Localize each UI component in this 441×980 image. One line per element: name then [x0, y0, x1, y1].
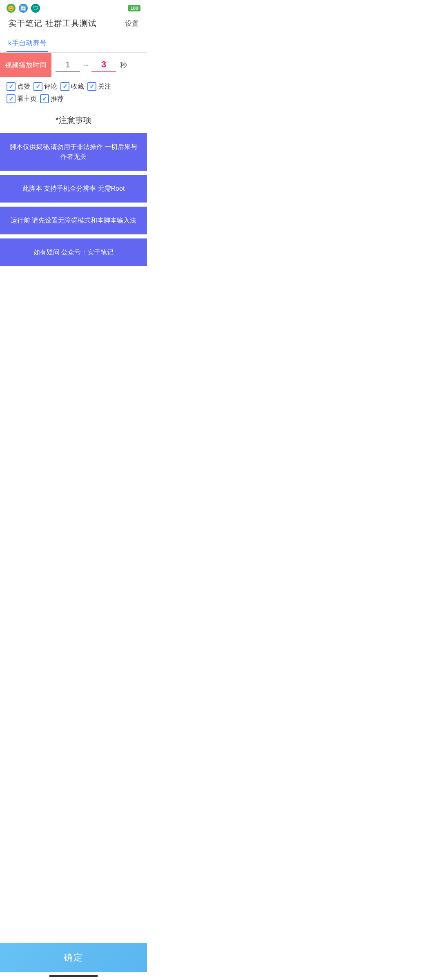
info-card-3: 如有疑问 公众号：实干笔记	[0, 238, 147, 266]
checkbox-recommend-box[interactable]	[40, 94, 49, 103]
time-input-max[interactable]: 3	[91, 58, 116, 72]
content-spacer	[0, 270, 147, 352]
info-card-1: 此脚本 支持手机全分辨率 无需Root	[0, 175, 147, 203]
smiley-icon: 😊	[7, 4, 16, 13]
checkbox-follow-label: 关注	[98, 82, 111, 91]
battery-indicator: 100	[128, 5, 140, 11]
info-card-text-1: 此脚本 支持手机全分辨率 无需Root	[22, 184, 125, 194]
checkbox-comment-label: 评论	[44, 82, 57, 91]
info-card-text-3: 如有疑问 公众号：实干笔记	[33, 247, 114, 257]
status-bar: 😊 🔄 🛡 100	[0, 0, 147, 15]
checkbox-follow[interactable]: 关注	[87, 82, 111, 91]
checkbox-follow-box[interactable]	[87, 82, 96, 91]
time-inputs-container: 1 -- 3 秒	[51, 58, 147, 72]
status-icons: 😊 🔄 🛡	[7, 4, 40, 13]
video-time-label: 视频播放时间	[0, 53, 51, 77]
checkbox-like[interactable]: 点赞	[7, 82, 30, 91]
settings-button[interactable]: 设置	[125, 19, 139, 28]
checkbox-collect-box[interactable]	[60, 82, 69, 91]
checkbox-like-label: 点赞	[17, 82, 30, 91]
refresh-icon: 🔄	[19, 4, 28, 13]
checkbox-recommend-label: 推荐	[51, 95, 64, 103]
info-cards-container: 脚本仅供揭秘,请勿用于非法操作 一切后果与作者无关 此脚本 支持手机全分辨率 无…	[0, 133, 147, 266]
checkbox-homepage-box[interactable]	[7, 94, 16, 103]
checkbox-recommend[interactable]: 推荐	[40, 94, 64, 103]
tab-bar: k手自动养号	[0, 34, 147, 52]
checkbox-comment-box[interactable]	[33, 82, 42, 91]
checkbox-homepage-label: 看主页	[17, 95, 37, 103]
shield-icon: 🛡	[31, 4, 40, 13]
info-card-2: 运行前 请先设置无障碍模式和本脚本输入法	[0, 207, 147, 234]
time-separator: --	[82, 61, 90, 69]
checkbox-like-box[interactable]	[7, 82, 16, 91]
checkbox-collect-label: 收藏	[71, 82, 84, 91]
checkbox-comment[interactable]: 评论	[33, 82, 57, 91]
time-unit-label: 秒	[118, 60, 127, 70]
tab-auto-nurture[interactable]: k手自动养号	[7, 34, 48, 52]
time-input-min[interactable]: 1	[56, 58, 80, 72]
app-header: 实干笔记 社群工具测试 设置	[0, 15, 147, 34]
notice-title: *注意事项	[0, 108, 147, 129]
app-title: 实干笔记 社群工具测试	[8, 18, 97, 29]
video-time-section: 视频播放时间 1 -- 3 秒	[0, 53, 147, 77]
checkbox-homepage[interactable]: 看主页	[7, 94, 37, 103]
info-card-text-2: 运行前 请先设置无障碍模式和本脚本输入法	[11, 216, 136, 225]
info-card-0: 脚本仅供揭秘,请勿用于非法操作 一切后果与作者无关	[0, 133, 147, 171]
action-checkboxes: 点赞 评论 收藏 关注 看主页 推荐	[0, 77, 147, 108]
info-card-text-0: 脚本仅供揭秘,请勿用于非法操作 一切后果与作者无关	[7, 142, 140, 162]
checkbox-collect[interactable]: 收藏	[60, 82, 84, 91]
